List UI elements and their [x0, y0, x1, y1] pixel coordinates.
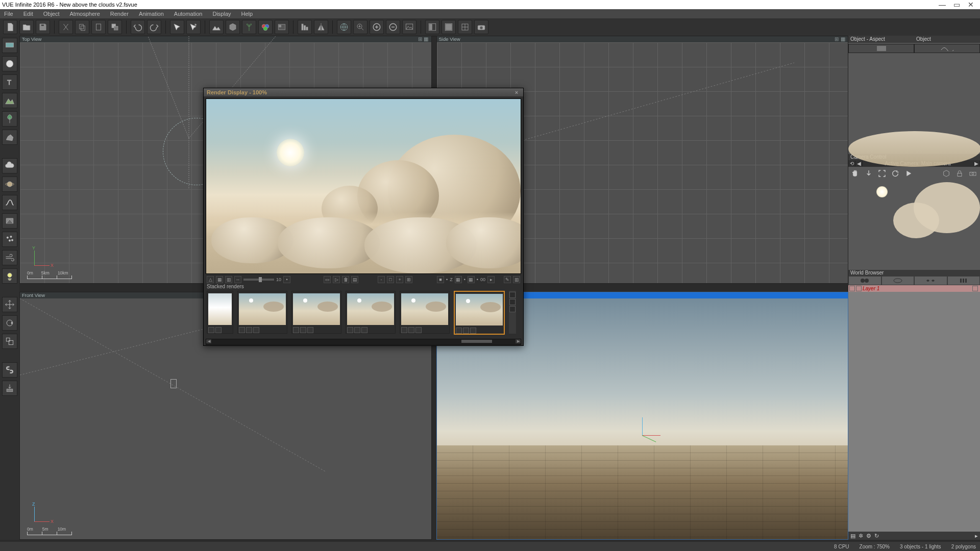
menu-automation[interactable]: Automation — [174, 11, 203, 17]
wb-settings-icon[interactable]: ⚙ — [866, 533, 871, 539]
camera-next-button[interactable]: ▶ — [973, 161, 980, 166]
camera-back-button[interactable]: ◀ — [855, 161, 863, 166]
redo-button[interactable] — [147, 20, 161, 34]
drop-tool[interactable] — [2, 381, 17, 396]
exposure-slider[interactable] — [243, 279, 274, 281]
plant-tool[interactable] — [2, 111, 17, 127]
vp-opts-icon[interactable]: ▦ — [840, 36, 846, 42]
open-file-button[interactable] — [19, 20, 34, 34]
duplicate-button[interactable] — [108, 20, 122, 34]
maximize-button[interactable]: ▭ — [949, 0, 964, 9]
world-browser-list[interactable]: Layer 1 — [848, 285, 980, 532]
render-thumb[interactable] — [346, 291, 396, 334]
menu-object[interactable]: Object — [43, 11, 60, 17]
wb-tab-materials[interactable] — [881, 276, 915, 285]
scale-tool[interactable] — [2, 334, 17, 349]
zoom-actual-icon[interactable]: ⊞ — [405, 276, 412, 283]
sphere-tool[interactable] — [2, 56, 17, 71]
link-tool[interactable] — [2, 362, 17, 378]
rotate-tool[interactable] — [2, 315, 17, 331]
terrain-tool[interactable] — [2, 93, 17, 108]
vp-zoom-icon[interactable]: ⊞ — [834, 36, 840, 42]
down-tool[interactable] — [864, 168, 874, 179]
detail-button[interactable]: ▥ — [513, 276, 520, 283]
zoom-fit-button[interactable] — [353, 20, 368, 34]
select-by-name-button[interactable]: » — [186, 20, 201, 34]
wind-tool[interactable] — [2, 250, 17, 265]
cloud-tool[interactable] — [2, 158, 17, 173]
ecosystem-tool[interactable] — [2, 213, 17, 229]
play-button[interactable] — [903, 168, 914, 179]
trash-button[interactable]: 🗑 — [342, 276, 349, 283]
zoom-in-button[interactable] — [370, 20, 384, 34]
spline-tool[interactable] — [2, 195, 17, 210]
comp-a-button[interactable]: ▦ — [455, 276, 462, 283]
render-thumb[interactable] — [291, 291, 341, 334]
camera-marker[interactable] — [170, 379, 177, 388]
menu-edit[interactable]: Edit — [23, 11, 33, 17]
thumbs-scrollbar[interactable]: ◀▶ — [206, 339, 521, 345]
thumb-side-controls[interactable] — [509, 291, 516, 334]
render-display-dialog[interactable]: Render Display - 100% × △ ▦ ▥ ↔ 10 • ▭ ▷… — [203, 88, 524, 346]
wb-new-layer-icon[interactable]: ▤ — [850, 533, 855, 539]
move-tool[interactable] — [2, 297, 17, 312]
layout-3-button[interactable] — [458, 20, 472, 34]
layout-2-button[interactable] — [442, 20, 456, 34]
render-info-button[interactable]: △ — [207, 276, 214, 283]
light-tool[interactable] — [2, 268, 17, 284]
comp-b-button[interactable]: ▦ — [468, 276, 475, 283]
render-swap-button[interactable]: ↔ — [234, 276, 241, 283]
menu-file[interactable]: File — [4, 11, 13, 17]
zoom-in-icon[interactable]: + — [396, 276, 403, 283]
menu-atmosphere[interactable]: Atmosphere — [70, 11, 100, 17]
render-copy-button[interactable]: ▥ — [225, 276, 232, 283]
copy-button[interactable] — [75, 20, 89, 34]
wb-tab-objects[interactable] — [848, 276, 881, 285]
menu-display[interactable]: Display — [212, 11, 231, 17]
primitive-button[interactable] — [226, 20, 240, 34]
lock-icon[interactable] — [954, 168, 965, 179]
channel-button[interactable]: ■ — [437, 276, 444, 283]
wb-tab-library[interactable] — [947, 276, 981, 285]
snapshot-button[interactable] — [402, 20, 416, 34]
undo-button[interactable] — [131, 20, 145, 34]
material-button[interactable] — [258, 20, 273, 34]
camera-render-icon[interactable] — [968, 168, 978, 179]
mirror-button[interactable] — [314, 20, 328, 34]
align-button[interactable] — [298, 20, 312, 34]
vp-opts-icon[interactable]: ▦ — [423, 36, 429, 42]
region-button[interactable]: ▷ — [333, 276, 340, 283]
wb-filter-icon[interactable]: ✲ — [859, 533, 863, 539]
vp-zoom-icon[interactable]: ⊞ — [417, 36, 423, 42]
render-thumb[interactable] — [400, 291, 450, 334]
select-button[interactable] — [170, 20, 184, 34]
exposure-reset-button[interactable]: • — [283, 276, 290, 283]
wb-tab-links[interactable] — [914, 276, 947, 285]
layer-row[interactable]: Layer 1 — [848, 285, 980, 292]
cut-button[interactable] — [59, 20, 73, 34]
options-button[interactable]: ▤ — [351, 276, 358, 283]
zoom-out-icon[interactable]: - — [378, 276, 385, 283]
paste-button[interactable] — [91, 20, 106, 34]
minimize-button[interactable]: — — [935, 0, 949, 9]
render-save-button[interactable]: ▦ — [216, 276, 223, 283]
frame-tool[interactable] — [877, 168, 887, 179]
pan-tool[interactable] — [850, 168, 861, 179]
globe-button[interactable] — [337, 20, 351, 34]
menu-animation[interactable]: Animation — [139, 11, 164, 17]
render-dialog-close-button[interactable]: × — [513, 88, 520, 96]
wb-refresh-icon[interactable]: ↻ — [874, 533, 879, 539]
cube-icon[interactable] — [941, 168, 951, 179]
close-button[interactable]: ✕ — [964, 0, 978, 9]
zoom-out-button[interactable] — [386, 20, 400, 34]
crop-button[interactable]: ▭ — [324, 276, 331, 283]
rock-tool[interactable] — [2, 130, 17, 145]
layout-1-button[interactable] — [425, 20, 439, 34]
new-file-button[interactable] — [3, 20, 17, 34]
orbit-tool[interactable] — [890, 168, 900, 179]
brush-button[interactable]: ✎ — [504, 276, 511, 283]
save-file-button[interactable] — [36, 20, 50, 34]
wb-menu-icon[interactable]: ▸ — [975, 533, 978, 539]
render-thumb[interactable] — [207, 291, 233, 334]
menu-render[interactable]: Render — [110, 11, 129, 17]
